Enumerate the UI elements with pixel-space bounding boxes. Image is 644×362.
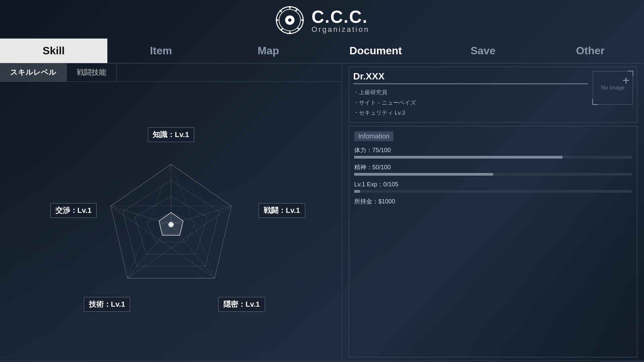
stat-money-label: 所持金：$1000 <box>354 197 632 205</box>
info-section: Infomation 体力：75/100 精神：50/100 Lv.1 Exp：… <box>349 126 637 357</box>
radar-area: 知識：Lv.1 交渉：Lv.1 戦闘：Lv.1 技術：Lv.1 隠密：Lv.1 <box>0 82 342 361</box>
footer: 記憶システム：正常 1日目 <box>0 361 644 362</box>
radar-chart <box>91 144 252 305</box>
stat-mp-bar-fill <box>354 173 493 176</box>
sub-tab-combat-skill[interactable]: 戦闘技能 <box>67 63 117 81</box>
char-name: Dr.XXX <box>353 71 588 84</box>
app-title: C.C.C. <box>312 7 368 26</box>
left-panel: スキルレベル 戦闘技能 <box>0 63 342 361</box>
char-card: Dr.XXX ・上級研究員 ・サイト－ニューベイズ ・セキュリティ Lv.3 +… <box>349 67 637 123</box>
stat-hp-bar-fill <box>354 156 562 159</box>
app-subtitle: Organization <box>312 25 370 34</box>
stat-hp-row: 体力：75/100 <box>354 146 632 159</box>
svg-rect-5 <box>289 32 290 34</box>
stat-mp-row: 精神：50/100 <box>354 163 632 176</box>
skill-negotiation-label: 交渉：Lv.1 <box>50 203 97 218</box>
skill-knowledge-label: 知識：Lv.1 <box>148 127 194 142</box>
stat-mp-bar-bg <box>354 173 632 176</box>
svg-rect-4 <box>289 6 290 9</box>
stat-mp-label: 精神：50/100 <box>354 163 632 171</box>
sub-tabs: スキルレベル 戦闘技能 <box>0 63 342 82</box>
char-image-section: + No Image <box>593 71 633 118</box>
skill-tech-label: 技術：Lv.1 <box>84 297 130 312</box>
tab-item[interactable]: Item <box>107 39 215 63</box>
stat-exp-row: Lv.1 Exp：0/105 <box>354 180 632 193</box>
no-image-label: No Image <box>601 85 624 91</box>
logo-icon <box>275 5 305 35</box>
stat-exp-bar-fill <box>354 190 360 193</box>
radar-container: 知識：Lv.1 交渉：Lv.1 戦闘：Lv.1 技術：Lv.1 隠密：Lv.1 <box>70 124 272 325</box>
right-panel: Dr.XXX ・上級研究員 ・サイト－ニューベイズ ・セキュリティ Lv.3 +… <box>342 63 644 361</box>
skill-combat-label: 戦闘：Lv.1 <box>259 203 305 218</box>
tab-document[interactable]: Document <box>322 39 429 63</box>
char-info-line-1: ・上級研究員 <box>353 87 588 98</box>
sub-tab-skill-level[interactable]: スキルレベル <box>0 63 67 81</box>
char-info-line-2: ・サイト－ニューベイズ <box>353 98 588 108</box>
char-image-box: No Image <box>593 71 633 105</box>
svg-rect-7 <box>301 19 304 21</box>
stat-money-row: 所持金：$1000 <box>354 197 632 205</box>
header: C.C.C. Organization <box>0 0 644 39</box>
skill-stealth-label: 隠密：Lv.1 <box>218 297 265 312</box>
svg-line-35 <box>111 206 215 278</box>
main-content: スキルレベル 戦闘技能 <box>0 63 644 361</box>
stat-hp-bar-bg <box>354 156 632 159</box>
svg-point-3 <box>288 18 291 22</box>
app-title-block: C.C.C. Organization <box>312 7 370 34</box>
info-section-title: Infomation <box>354 131 393 141</box>
nav-tabs: Skill Item Map Document Save Other <box>0 39 644 63</box>
tab-other[interactable]: Other <box>537 39 644 63</box>
stat-exp-bar-bg <box>354 190 632 193</box>
tab-skill[interactable]: Skill <box>0 39 107 63</box>
char-info: ・上級研究員 ・サイト－ニューベイズ ・セキュリティ Lv.3 <box>353 87 588 118</box>
svg-line-34 <box>127 206 231 278</box>
stat-hp-label: 体力：75/100 <box>354 146 632 154</box>
tab-map[interactable]: Map <box>215 39 322 63</box>
svg-rect-6 <box>276 19 278 21</box>
char-name-section: Dr.XXX ・上級研究員 ・サイト－ニューベイズ ・セキュリティ Lv.3 <box>353 71 588 118</box>
stat-exp-label: Lv.1 Exp：0/105 <box>354 180 632 188</box>
tab-save[interactable]: Save <box>429 39 537 63</box>
char-info-line-3: ・セキュリティ Lv.3 <box>353 108 588 118</box>
